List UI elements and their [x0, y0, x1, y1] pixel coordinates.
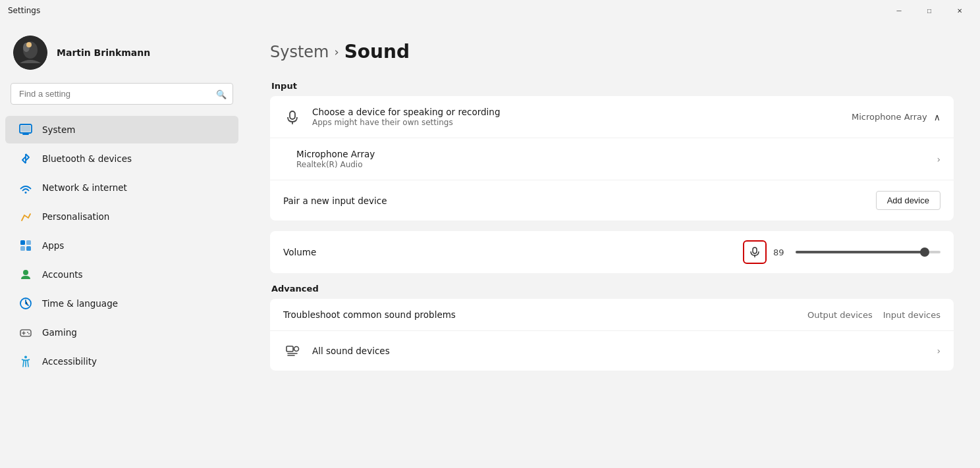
sidebar-label-bluetooth: Bluetooth & devices — [42, 153, 132, 164]
all-devices-title: All sound devices — [312, 346, 926, 356]
choose-device-title: Choose a device for speaking or recordin… — [312, 107, 841, 117]
svg-point-6 — [25, 192, 27, 194]
breadcrumb: System › Sound — [270, 41, 954, 63]
input-section-label: Input — [270, 81, 954, 91]
apps-icon — [18, 238, 33, 253]
volume-row: Volume 89 — [270, 231, 954, 273]
sidebar-item-network[interactable]: Network & internet — [5, 174, 238, 201]
mic-array-title: Microphone Array — [296, 149, 926, 159]
sidebar-item-apps[interactable]: Apps — [5, 232, 238, 259]
svg-point-20 — [294, 347, 299, 351]
advanced-card: Troubleshoot common sound problems Outpu… — [270, 299, 954, 371]
sidebar-label-gaming: Gaming — [42, 327, 77, 338]
svg-rect-9 — [20, 246, 25, 251]
search-input[interactable] — [11, 83, 233, 105]
svg-point-3 — [26, 42, 32, 47]
mic-toggle-button[interactable] — [743, 240, 767, 264]
sidebar-item-accessibility[interactable]: Accessibility — [5, 348, 238, 375]
pair-device-label: Pair a new input device — [283, 195, 865, 206]
volume-value: 89 — [773, 247, 789, 257]
sidebar-item-accounts[interactable]: Accounts — [5, 261, 238, 288]
svg-rect-19 — [286, 346, 293, 351]
troubleshoot-row: Troubleshoot common sound problems Outpu… — [270, 299, 954, 331]
accessibility-icon — [18, 354, 33, 369]
sidebar: Martin Brinkmann 🔍 System Bluetooth & de… — [0, 21, 244, 468]
accounts-icon — [18, 267, 33, 282]
selected-device-label: Microphone Array — [852, 112, 927, 122]
sidebar-label-accessibility: Accessibility — [42, 356, 97, 367]
network-icon — [18, 180, 33, 195]
sidebar-label-accounts: Accounts — [42, 269, 83, 280]
sidebar-label-time: Time & language — [42, 298, 118, 309]
sidebar-label-personalisation: Personalisation — [42, 211, 109, 222]
breadcrumb-separator: › — [335, 45, 339, 59]
all-devices-right: › — [937, 346, 940, 356]
gaming-icon — [18, 325, 33, 340]
mic-array-right: › — [937, 154, 940, 165]
svg-rect-5 — [21, 126, 30, 132]
svg-rect-17 — [290, 111, 295, 119]
time-icon — [18, 296, 33, 311]
input-card: Choose a device for speaking or recordin… — [270, 96, 954, 221]
sidebar-item-personalisation[interactable]: Personalisation — [5, 203, 238, 230]
svg-point-16 — [24, 356, 27, 359]
main-content: System › Sound Input Choose a device for… — [244, 21, 980, 468]
sidebar-item-gaming[interactable]: Gaming — [5, 319, 238, 346]
sidebar-label-network: Network & internet — [42, 182, 127, 193]
search-icon: 🔍 — [216, 89, 227, 99]
all-devices-icon — [283, 342, 302, 360]
sidebar-item-time[interactable]: Time & language — [5, 290, 238, 317]
slider-fill — [796, 251, 925, 253]
titlebar-left: Settings — [8, 6, 40, 15]
svg-rect-7 — [20, 240, 25, 245]
volume-controls: 89 — [743, 240, 940, 264]
app-body: Martin Brinkmann 🔍 System Bluetooth & de… — [0, 21, 980, 468]
sidebar-item-system[interactable]: System — [5, 116, 238, 143]
volume-slider[interactable] — [796, 251, 940, 253]
choose-device-subtitle: Apps might have their own settings — [312, 118, 841, 127]
mic-array-subtitle: Realtek(R) Audio — [296, 160, 926, 169]
svg-point-15 — [28, 333, 30, 334]
mic-array-text: Microphone Array Realtek(R) Audio — [296, 149, 926, 169]
slider-thumb[interactable] — [920, 247, 929, 257]
all-devices-text: All sound devices — [312, 346, 926, 356]
minimize-button[interactable]: ─ — [884, 0, 914, 21]
system-icon — [18, 122, 33, 137]
advanced-section-label: Advanced — [270, 284, 954, 294]
user-name: Martin Brinkmann — [57, 47, 150, 58]
svg-point-11 — [23, 270, 28, 275]
pair-device-row: Pair a new input device Add device — [270, 180, 954, 221]
troubleshoot-label: Troubleshoot common sound problems — [283, 309, 797, 320]
add-device-button[interactable]: Add device — [876, 191, 940, 210]
chevron-up-icon: ∧ — [934, 112, 940, 122]
user-profile[interactable]: Martin Brinkmann — [0, 29, 244, 83]
svg-point-14 — [27, 332, 28, 333]
sidebar-label-system: System — [42, 124, 75, 135]
chevron-right-icon: › — [937, 154, 940, 165]
all-sound-devices-row[interactable]: All sound devices › — [270, 331, 954, 371]
bluetooth-icon — [18, 151, 33, 166]
svg-rect-10 — [26, 246, 31, 251]
pair-device-text: Pair a new input device — [283, 195, 865, 206]
choose-device-text: Choose a device for speaking or recordin… — [312, 107, 841, 127]
breadcrumb-parent[interactable]: System — [270, 43, 329, 61]
maximize-button[interactable]: □ — [914, 0, 944, 21]
titlebar-controls: ─ □ ✕ — [884, 0, 975, 21]
svg-rect-18 — [753, 247, 757, 253]
avatar-image — [13, 36, 47, 70]
volume-label: Volume — [283, 247, 732, 257]
output-devices-link[interactable]: Output devices — [807, 310, 873, 320]
svg-rect-8 — [26, 240, 31, 245]
avatar — [13, 36, 47, 70]
close-button[interactable]: ✕ — [944, 0, 975, 21]
sidebar-item-bluetooth[interactable]: Bluetooth & devices — [5, 145, 238, 172]
titlebar-title: Settings — [8, 6, 40, 15]
choose-device-row[interactable]: Choose a device for speaking or recordin… — [270, 96, 954, 138]
microphone-icon — [283, 108, 302, 126]
input-devices-link[interactable]: Input devices — [883, 310, 940, 320]
search-box: 🔍 — [11, 83, 233, 105]
titlebar: Settings ─ □ ✕ — [0, 0, 980, 21]
sidebar-label-apps: Apps — [42, 240, 64, 251]
microphone-array-row[interactable]: Microphone Array Realtek(R) Audio › — [270, 138, 954, 180]
breadcrumb-current: Sound — [344, 41, 410, 63]
